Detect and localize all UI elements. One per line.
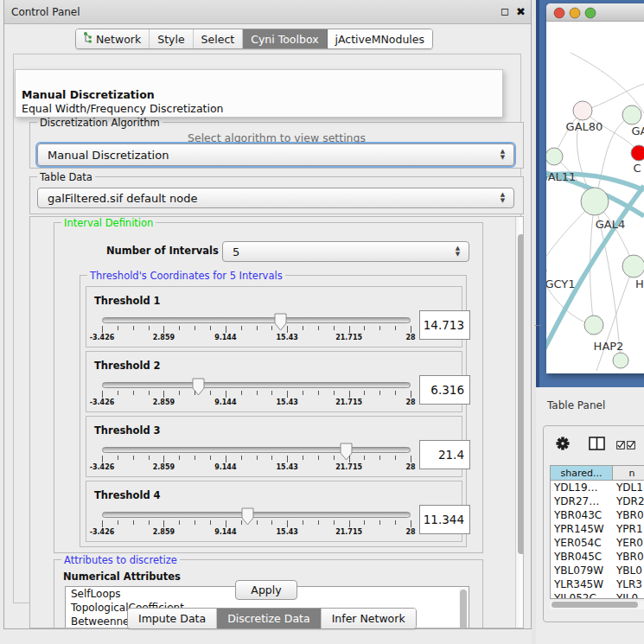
tab-cyni-toolbox[interactable]: Cyni Toolbox	[243, 29, 327, 48]
table-row[interactable]: YDL19…YDL1	[551, 481, 644, 495]
panel-tabs[interactable]: NetworkStyleSelectCyni ToolboxjActiveMNo…	[75, 29, 433, 49]
split-divider-handle[interactable]: —	[534, 322, 541, 329]
table-cell[interactable]: YDL1	[616, 481, 643, 494]
slider-thumb[interactable]	[192, 378, 205, 396]
threshold-slider[interactable]: -3.4262.8599.14415.4321.71528	[102, 508, 411, 539]
slider-tick-label: 9.144	[214, 399, 236, 406]
slider-track[interactable]	[102, 382, 411, 388]
table-row[interactable]: YLR345WYLR3	[551, 578, 644, 592]
table-cell[interactable]: YLR3	[616, 578, 642, 590]
slider-tick	[149, 520, 150, 525]
table-cell[interactable]: YDR2	[616, 495, 644, 507]
table-cell[interactable]: YER0	[616, 537, 643, 549]
threshold-value-field[interactable]: 21.4	[419, 440, 470, 469]
spinner-arrows-icon[interactable]: ▲▼	[454, 245, 462, 258]
graph-node[interactable]	[622, 255, 644, 277]
checkbox-icon[interactable]	[616, 437, 625, 453]
group-title-algorithm: Discretization Algorithm	[37, 117, 163, 129]
table-cell[interactable]: YIL052C	[554, 592, 596, 599]
table-cell[interactable]: YBL079W	[554, 564, 603, 577]
number-of-intervals-spinner[interactable]: 5 ▲▼	[222, 241, 469, 262]
network-canvas[interactable]: GAL80GACGAL11GAL4GCY1HHAP2	[546, 22, 644, 373]
checkbox-icon[interactable]	[627, 437, 635, 453]
table-data-value: galFiltered.sif default node	[48, 192, 198, 205]
table-row[interactable]: YBR045CYBR0	[551, 551, 644, 564]
maximize-icon[interactable]: ◻	[501, 7, 509, 16]
slider-tick-label: -3.426	[90, 528, 115, 536]
table-cell[interactable]: YBR043C	[554, 509, 602, 521]
columns-icon[interactable]	[589, 437, 605, 454]
slider-track[interactable]	[102, 447, 411, 453]
window-traffic-lights[interactable]	[546, 3, 607, 22]
zoom-button[interactable]	[585, 8, 596, 18]
slider-thumb[interactable]	[241, 507, 254, 526]
table-cell[interactable]: YBR045C	[554, 551, 602, 563]
graph-node[interactable]	[581, 188, 609, 215]
dropdown-item-equal-width[interactable]: Equal Width/Frequency Discretization	[18, 102, 499, 117]
graph-node[interactable]	[546, 148, 563, 165]
minimize-button[interactable]	[570, 8, 580, 18]
table-cell[interactable]: YPR145W	[554, 523, 604, 535]
table-row[interactable]: YIL052CYIL0	[551, 592, 644, 599]
table-cell[interactable]: YDR27…	[554, 495, 599, 507]
graph-node[interactable]	[584, 316, 603, 335]
algorithm-dropdown-popup[interactable]: Manual Discretization Equal Width/Freque…	[15, 69, 503, 118]
graph-node[interactable]	[622, 105, 641, 124]
apply-button[interactable]: Apply	[235, 580, 297, 600]
table-cell[interactable]: YBR0	[616, 551, 644, 563]
table-data-combo-box[interactable]: galFiltered.sif default node ▲▼	[37, 188, 514, 208]
slider-track[interactable]	[102, 512, 411, 518]
table-cell[interactable]: YIL0	[616, 592, 638, 599]
tab-select[interactable]: Select	[194, 29, 244, 48]
table-row[interactable]: YDR27…YDR2	[551, 495, 644, 509]
mode-tab-infer-network[interactable]: Infer Network	[322, 609, 416, 628]
close-icon[interactable]: ✖	[516, 7, 526, 16]
table-cell[interactable]: YBL0	[616, 564, 642, 577]
settings-vertical-scrollbar[interactable]	[515, 217, 524, 628]
algorithm-combo-box[interactable]: Manual Discretization ▲▼	[37, 143, 514, 166]
interval-definition-group: Interval Definition Number of Intervals …	[54, 222, 483, 553]
window-titlebar: Control Panel ◻ ✖	[4, 0, 531, 24]
threshold-slider[interactable]: -3.4262.8599.14415.4321.71528	[102, 314, 411, 345]
table-row[interactable]: YBL079WYBL0	[551, 564, 644, 578]
threshold-slider[interactable]: -3.4262.8599.14415.4321.71528	[102, 379, 411, 410]
attributes-list-scrollbar[interactable]	[459, 588, 468, 628]
threshold-slider[interactable]: -3.4262.8599.14415.4321.71528	[102, 443, 411, 475]
mode-tab-discretize-data[interactable]: Discretize Data	[217, 609, 321, 628]
tab-label: jActiveMNodules	[335, 33, 424, 46]
mode-tab-impute-data[interactable]: Impute Data	[128, 609, 217, 628]
slider-tick	[179, 520, 180, 525]
table-cell[interactable]: YER054C	[554, 537, 602, 549]
tab-network[interactable]: Network	[76, 29, 150, 48]
table-cell[interactable]: YBR0	[616, 509, 644, 521]
threshold-panel: Threshold 4-3.4262.8599.14415.4321.71528…	[86, 481, 462, 542]
close-button[interactable]	[554, 8, 564, 18]
table-column-header[interactable]: n	[613, 466, 644, 481]
table-row[interactable]: YBR043CYBR0	[551, 509, 644, 523]
cyni-mode-tabs[interactable]: Impute DataDiscretize DataInfer Network	[127, 608, 417, 629]
threshold-value-field[interactable]: 14.713	[419, 310, 470, 340]
tab-jactivemnodules[interactable]: jActiveMNodules	[328, 29, 432, 48]
slider-thumb[interactable]	[340, 443, 353, 461]
table-row[interactable]: YER054CYER0	[551, 537, 644, 551]
table-row[interactable]: YPR145WYPR1	[551, 523, 644, 537]
slider-thumb[interactable]	[274, 313, 287, 331]
slider-track[interactable]	[102, 317, 411, 323]
slider-tick	[179, 326, 180, 330]
cyni-toolbox-content: Discretization Algorithm Select algorith…	[13, 54, 521, 603]
table-cell[interactable]: YPR1	[616, 523, 643, 535]
gear-icon[interactable]	[556, 437, 570, 454]
attribute-table[interactable]: shared... n YDL19…YDL1YDR27…YDR2YBR043CY…	[550, 465, 644, 599]
threshold-value-field[interactable]: 6.316	[419, 375, 470, 405]
dropdown-item-manual[interactable]: Manual Discretization	[18, 88, 499, 103]
threshold-value-field[interactable]: 11.344	[419, 505, 470, 534]
table-horizontal-scrollbar[interactable]	[550, 601, 644, 609]
graph-node[interactable]	[573, 101, 592, 120]
graph-node[interactable]	[613, 353, 628, 368]
table-cell[interactable]: YLR345W	[554, 578, 603, 590]
slider-tick-label: 15.43	[277, 528, 298, 536]
tab-style[interactable]: Style	[150, 29, 193, 48]
table-cell[interactable]: YDL19…	[554, 481, 598, 494]
table-column-header[interactable]: shared...	[551, 466, 613, 481]
graph-node[interactable]	[631, 145, 644, 161]
